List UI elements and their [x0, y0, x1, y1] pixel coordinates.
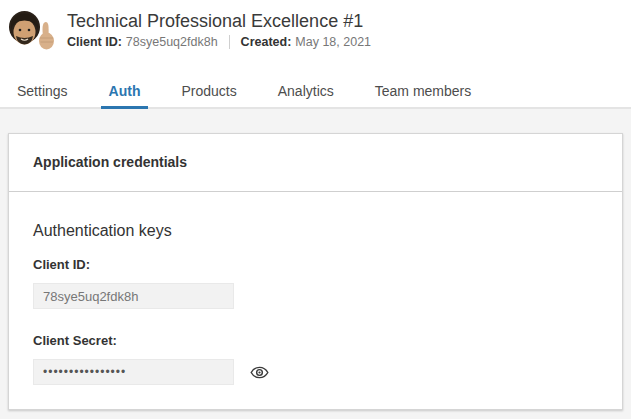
client-secret-field-label: Client Secret: — [33, 333, 598, 348]
client-id-value: 78sye5uq2fdk8h — [126, 35, 218, 49]
meta-divider — [229, 35, 230, 49]
tab-auth[interactable]: Auth — [101, 52, 149, 109]
tab-settings[interactable]: Settings — [9, 52, 76, 109]
card-title: Application credentials — [9, 134, 622, 192]
title-block: Technical Professional Excellence #1 Cli… — [67, 10, 371, 49]
avatar-image — [8, 10, 55, 52]
client-id-label: Client ID: — [67, 35, 122, 49]
created-label: Created: — [241, 35, 292, 49]
reveal-secret-button[interactable] — [249, 362, 269, 382]
page-content: Application credentials Authentication k… — [0, 109, 631, 410]
app-header: Technical Professional Excellence #1 Cli… — [0, 0, 631, 109]
tab-bar: Settings Auth Products Analytics Team me… — [0, 52, 631, 109]
avatar — [8, 10, 55, 52]
page-title: Technical Professional Excellence #1 — [67, 10, 371, 32]
client-id-input[interactable] — [33, 283, 234, 309]
header-top: Technical Professional Excellence #1 Cli… — [0, 0, 631, 52]
application-credentials-card: Application credentials Authentication k… — [8, 133, 623, 410]
section-title: Authentication keys — [33, 221, 598, 240]
tab-team-members[interactable]: Team members — [367, 52, 479, 109]
client-secret-field-group: Client Secret: — [33, 333, 598, 385]
client-secret-row — [33, 359, 598, 385]
tab-analytics[interactable]: Analytics — [270, 52, 342, 109]
client-secret-input[interactable] — [33, 359, 234, 385]
tab-products[interactable]: Products — [173, 52, 244, 109]
card-body: Authentication keys Client ID: Client Se… — [9, 192, 622, 409]
eye-icon — [250, 363, 269, 382]
client-id-field-label: Client ID: — [33, 257, 598, 272]
client-id-field-group: Client ID: — [33, 257, 598, 309]
header-meta: Client ID: 78sye5uq2fdk8h Created: May 1… — [67, 35, 371, 49]
created-value: May 18, 2021 — [295, 35, 371, 49]
